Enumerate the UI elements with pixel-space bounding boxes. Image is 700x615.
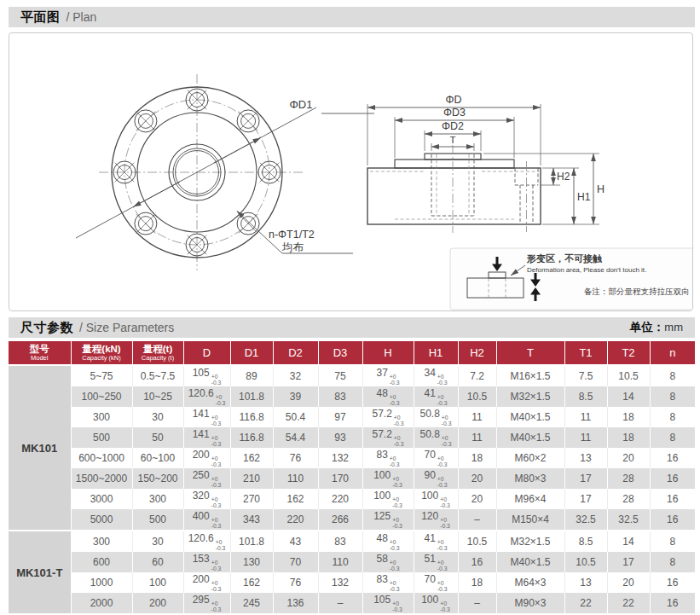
table-row: 3000300320+0-0.3270162220100+0-0.3100+0-… <box>9 489 695 509</box>
table-cell: 30 <box>132 531 183 552</box>
table-cell: 41+0-0.3 <box>414 386 458 407</box>
table-cell: M150×4 <box>496 509 564 531</box>
size-parameters-table: 型号Model量程(kN)Capacity (kN)量程(t)Capacity … <box>9 341 695 613</box>
table-cell: M64×3 <box>496 572 564 593</box>
table-cell: 10~25 <box>132 386 183 407</box>
table-cell: 7.2 <box>458 365 496 386</box>
tolerance: +0-0.3 <box>392 496 402 509</box>
table-cell: – <box>318 593 362 613</box>
table-cell: 120+0-0.3 <box>414 509 458 531</box>
tolerance: +0-0.3 <box>440 496 450 509</box>
tolerance: +0-0.3 <box>440 600 450 613</box>
table-cell: 101.8 <box>230 386 273 407</box>
unit-value: mm <box>664 321 683 334</box>
section-view: ΦD ΦD3 ΦD2 T H2 H1 H <box>367 94 605 233</box>
dim-label-d3: ΦD3 <box>443 107 466 119</box>
dim-label-h: H <box>597 183 605 195</box>
table-row: 60060153+0-0.31307011058+0-0.351+0-0.316… <box>9 552 695 572</box>
table-cell: M40×1.5 <box>496 407 564 427</box>
table-cell: 245 <box>230 593 273 613</box>
table-row: 5000500400+0-0.3343220266125+0-0.3120+0-… <box>9 509 695 531</box>
table-cell: 136 <box>273 593 318 613</box>
table-cell: 8 <box>650 407 695 427</box>
col-header-t1: T1 <box>564 341 607 365</box>
table-cell: 83 <box>318 531 362 552</box>
table-cell: 51+0-0.3 <box>414 552 458 572</box>
table-cell: 17 <box>564 468 607 489</box>
table-cell: 162 <box>230 572 273 593</box>
table-cell: 343 <box>230 509 273 531</box>
table-cell: 60~100 <box>132 448 183 468</box>
table-cell: 50.8+0-0.3 <box>414 427 458 448</box>
table-cell: 130 <box>230 552 273 572</box>
dim-label-d2: ΦD2 <box>442 120 464 132</box>
table-cell: 89 <box>230 365 273 386</box>
table-cell: 32.5 <box>607 509 650 531</box>
table-cell: 116.8 <box>230 427 273 448</box>
dim-label-d1: ΦD1 <box>290 98 313 111</box>
table-cell: 16 <box>458 552 496 572</box>
table-cell: 162 <box>273 489 318 509</box>
table-cell: 10.5 <box>607 365 650 386</box>
technical-drawing: ΦD1 n-ΦT1/T2 均布 ΦD ΦD3 <box>9 33 692 310</box>
size-title-en: / Size Parameters <box>79 321 174 334</box>
tolerance: +0-0.3 <box>394 435 404 448</box>
table-cell: 110 <box>273 468 318 489</box>
table-cell: 100+0-0.3 <box>414 593 458 613</box>
tolerance: +0-0.3 <box>390 394 400 407</box>
dim-label-h2: H2 <box>557 171 570 183</box>
table-cell: 105+0-0.3 <box>183 365 230 386</box>
col-header-n: n <box>650 341 695 365</box>
table-cell: M96×4 <box>496 489 564 509</box>
tolerance: +0-0.3 <box>211 476 222 489</box>
table-cell: 300 <box>132 489 183 509</box>
tolerance: +0-0.3 <box>437 455 448 468</box>
table-cell: 75 <box>318 365 362 386</box>
tolerance: +0-0.3 <box>390 374 400 386</box>
table-cell: 20 <box>607 572 650 593</box>
table-cell: 20 <box>458 489 496 509</box>
table-cell: 13 <box>564 448 607 468</box>
table-cell: 120.6+0-0.3 <box>183 386 230 407</box>
table-cell: 116.8 <box>230 407 273 427</box>
table-cell: 100+0-0.3 <box>362 468 414 489</box>
unit-label: 单位：mm <box>630 320 683 335</box>
col-header-d1: D1 <box>230 341 273 365</box>
tolerance: +0-0.3 <box>390 455 400 468</box>
dim-label-t: T <box>449 135 455 145</box>
table-cell: 28 <box>607 468 650 489</box>
size-section-header: 尺寸参数 / Size Parameters 单位：mm <box>9 317 695 338</box>
table-cell: 50 <box>132 427 183 448</box>
col-header-t: T <box>496 341 564 365</box>
unit-label-zh: 单位： <box>630 321 665 334</box>
table-cell: 400+0-0.3 <box>183 509 230 531</box>
drawing-panel: ΦD1 n-ΦT1/T2 均布 ΦD ΦD3 <box>9 32 693 311</box>
top-dimensions: ΦD ΦD3 ΦD2 T <box>367 94 541 165</box>
table-cell: 57.2+0-0.3 <box>362 427 414 448</box>
tolerance: +0-0.3 <box>211 455 222 468</box>
table-cell: 22 <box>564 593 607 613</box>
table-cell: 70 <box>273 552 318 572</box>
tolerance: +0-0.3 <box>211 580 222 593</box>
model-cell: MK101 <box>9 365 71 531</box>
col-header-capacity-t-: 量程(t)Capacity (t) <box>132 341 183 365</box>
tolerance: +0-0.3 <box>392 600 402 613</box>
col-header-h: H <box>362 341 414 365</box>
table-cell: 170 <box>318 468 362 489</box>
col-header-capacity-kn-: 量程(kN)Capacity (kN) <box>71 341 132 365</box>
table-cell: 11 <box>564 407 607 427</box>
table-body: MK1015~750.5~7.5105+0-0.389327537+0-0.33… <box>9 365 695 613</box>
table-cell: 83+0-0.3 <box>362 448 414 468</box>
table-row: 2000200295+0-0.3245136–105+0-0.3100+0-0.… <box>9 593 695 613</box>
table-cell: 1500~2000 <box>71 468 132 489</box>
col-header-t2: T2 <box>607 341 650 365</box>
table-cell: 600~1000 <box>71 448 132 468</box>
table-cell: 8 <box>650 386 695 407</box>
table-cell: 16 <box>650 572 695 593</box>
table-cell: 3000 <box>71 489 132 509</box>
table-cell: 8 <box>650 552 695 572</box>
table-cell: 5000 <box>71 509 132 531</box>
table-cell: 14 <box>607 531 650 552</box>
tolerance: +0-0.3 <box>390 560 400 572</box>
table-cell: 162 <box>230 448 273 468</box>
